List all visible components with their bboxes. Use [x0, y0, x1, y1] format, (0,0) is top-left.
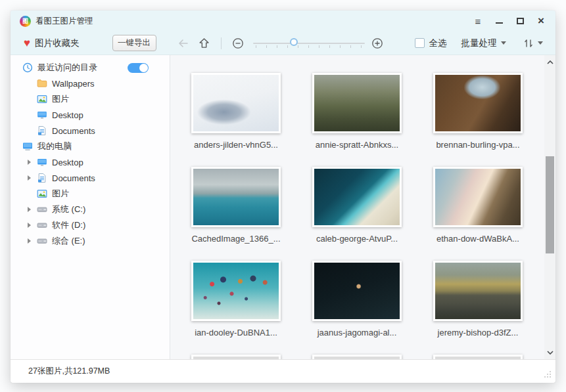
- scrollbar-thumb[interactable]: [546, 156, 554, 253]
- grid-item: jeremy-bishop-d3fZ...: [433, 261, 554, 355]
- file-name: brennan-burling-vpa...: [429, 140, 527, 150]
- thumbnail-card[interactable]: [312, 261, 402, 321]
- menu-button[interactable]: ≡: [467, 13, 488, 29]
- thumbnail-image[interactable]: [435, 75, 521, 131]
- sidebar-item-label: 图片: [52, 188, 69, 200]
- back-icon[interactable]: [177, 37, 189, 49]
- recent-dirs-toggle[interactable]: [128, 63, 149, 73]
- thumbnail-image[interactable]: [193, 75, 279, 131]
- app-logo-icon: 图: [20, 16, 31, 27]
- sidebar-item-my-computer[interactable]: 我的电脑: [11, 139, 170, 154]
- drive-icon: [37, 220, 47, 230]
- resize-grip[interactable]: [543, 370, 552, 379]
- maximize-button[interactable]: [509, 13, 531, 29]
- sidebar-item-label: 图片: [52, 93, 69, 105]
- scroll-down-icon[interactable]: [544, 347, 555, 358]
- thumbnail-image[interactable]: [314, 75, 400, 131]
- zoom-in-icon[interactable]: [371, 37, 383, 49]
- vertical-scrollbar[interactable]: [544, 55, 555, 359]
- chevron-right-icon[interactable]: [28, 238, 37, 244]
- grid-item: ethan-dow-dWaBkA...: [433, 167, 554, 261]
- thumbnail-card[interactable]: [312, 167, 402, 227]
- sidebar: 最近访问的目录 Wallpapers 图片 Desktop: [11, 55, 170, 359]
- zoom-slider[interactable]: [253, 36, 365, 51]
- zoom-out-icon[interactable]: [232, 37, 244, 49]
- drive-icon: [37, 236, 47, 246]
- sidebar-item-label: 综合 (E:): [52, 235, 85, 247]
- thumbnail-image[interactable]: [193, 263, 279, 319]
- grid-item: caleb-george-AtvuP...: [312, 167, 433, 261]
- sidebar-item-label: Documents: [52, 173, 95, 183]
- thumbnail-card[interactable]: [191, 167, 281, 227]
- statusbar: 27张图片,共121.97MB: [11, 359, 555, 382]
- up-folder-icon[interactable]: [199, 37, 210, 49]
- scroll-up-icon[interactable]: [544, 56, 555, 68]
- file-name: ethan-dow-dWaBkA...: [429, 234, 527, 244]
- close-button[interactable]: ×: [531, 13, 552, 29]
- file-name: anders-jilden-vhnG5...: [187, 140, 285, 150]
- grid-item: CachedImage_1366_...: [191, 167, 312, 261]
- batch-process-dropdown[interactable]: 批量处理: [461, 37, 506, 49]
- file-name: jaanus-jagomagi-al...: [308, 328, 406, 338]
- folder-icon: [37, 78, 47, 89]
- sidebar-item-drive-d[interactable]: 软件 (D:): [11, 217, 170, 233]
- sidebar-item-label: 系统 (C:): [52, 204, 85, 215]
- select-all-label[interactable]: 全选: [429, 37, 447, 49]
- sidebar-item-desktop[interactable]: Desktop: [11, 107, 170, 123]
- status-text: 27张图片,共121.97MB: [28, 366, 110, 377]
- sidebar-item-pictures[interactable]: 图片: [11, 91, 170, 107]
- thumbnail-image[interactable]: [193, 169, 279, 225]
- select-all-checkbox[interactable]: [415, 38, 425, 48]
- toolbar-divider: [221, 37, 222, 49]
- chevron-down-icon: [538, 41, 543, 45]
- sidebar-item-wallpapers[interactable]: Wallpapers: [11, 76, 170, 91]
- documents-icon: [37, 173, 47, 183]
- sort-icon: [523, 38, 534, 49]
- chevron-right-icon[interactable]: [28, 223, 37, 228]
- thumbnail-image[interactable]: [435, 263, 521, 319]
- chevron-right-icon[interactable]: [28, 160, 37, 165]
- sidebar-item-label: 我的电脑: [37, 141, 72, 152]
- image-grid-area: anders-jilden-vhnG5... annie-spratt-Abnk…: [170, 55, 555, 359]
- thumbnail-card[interactable]: [312, 355, 402, 359]
- titlebar: 图 看图王图片管理 ≡ ×: [11, 11, 555, 32]
- sort-dropdown[interactable]: [523, 38, 543, 49]
- sidebar-item-drive-c[interactable]: 系统 (C:): [11, 202, 170, 217]
- export-button[interactable]: 一键导出: [112, 35, 156, 51]
- thumbnail-image[interactable]: [314, 169, 400, 225]
- grid-item: ian-dooley-DuBNA1...: [191, 261, 312, 355]
- thumbnail-card[interactable]: [312, 73, 402, 133]
- sidebar-item-documents-tree[interactable]: Documents: [11, 170, 170, 186]
- chevron-right-icon[interactable]: [28, 207, 37, 212]
- thumbnail-card[interactable]: [433, 167, 523, 227]
- thumbnail-image[interactable]: [435, 169, 521, 225]
- minimize-button[interactable]: [488, 13, 509, 29]
- image-grid: anders-jilden-vhnG5... annie-spratt-Abnk…: [191, 73, 554, 359]
- thumbnail-card[interactable]: [191, 261, 281, 321]
- zoom-slider-track[interactable]: [253, 43, 365, 44]
- sidebar-item-desktop-tree[interactable]: Desktop: [11, 154, 170, 170]
- desktop-icon: [37, 157, 47, 167]
- sidebar-item-recent-dirs[interactable]: 最近访问的目录: [11, 60, 170, 76]
- sidebar-item-documents[interactable]: Documents: [11, 123, 170, 139]
- thumbnail-card[interactable]: [433, 261, 523, 321]
- zoom-slider-thumb[interactable]: [290, 38, 298, 46]
- favorites-label[interactable]: 图片收藏夹: [35, 37, 80, 49]
- sidebar-item-drive-e[interactable]: 综合 (E:): [11, 233, 170, 249]
- grid-item: annie-spratt-Abnkxs...: [312, 73, 433, 167]
- file-name: ian-dooley-DuBNA1...: [187, 328, 285, 338]
- grid-item: jaanus-jagomagi-al...: [312, 261, 433, 355]
- file-name: jeremy-bishop-d3fZ...: [429, 328, 527, 338]
- thumbnail-card[interactable]: [191, 355, 281, 359]
- favorites-heart-icon: ♥: [24, 37, 30, 49]
- drive-icon: [37, 204, 47, 215]
- documents-icon: [37, 125, 47, 136]
- thumbnail-card[interactable]: [191, 73, 281, 133]
- sidebar-item-pictures-tree[interactable]: 图片: [11, 186, 170, 202]
- thumbnail-card[interactable]: [433, 73, 523, 133]
- grid-item-partial: [191, 355, 312, 359]
- thumbnail-image[interactable]: [314, 263, 400, 319]
- thumbnail-card[interactable]: [433, 355, 523, 359]
- toolbar: ♥ 图片收藏夹 一键导出 全选 批量处理: [11, 32, 555, 55]
- chevron-right-icon[interactable]: [28, 175, 37, 181]
